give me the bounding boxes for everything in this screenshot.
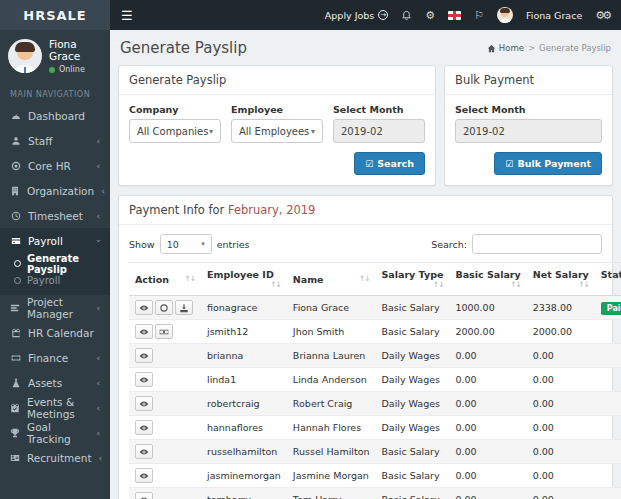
basic-salary-cell: 0.00 [449,368,526,392]
view-button[interactable] [135,468,153,483]
view-button[interactable] [135,420,153,435]
column-header-salary-type[interactable]: Salary Type↑↓ [376,263,450,296]
sidebar-item-recruitment[interactable]: Recruitment‹ [0,445,110,470]
breadcrumb-home-link[interactable]: Home [487,43,524,53]
navbar-avatar[interactable] [497,7,513,23]
column-header-net-salary[interactable]: Net Salary↑↓ [527,263,595,296]
online-status: Online [49,65,102,74]
chevron-left-icon: ‹ [96,378,100,388]
sidebar-item-organization[interactable]: Organization‹ [0,178,110,203]
basic-salary-cell: 1000.00 [449,296,526,320]
bell-icon[interactable] [401,10,412,21]
sidebar-item-payroll[interactable]: Payroll‹ [0,228,110,253]
cash-button[interactable] [155,324,173,339]
table-row: fionagraceFiona GraceBasic Salary1000.00… [129,296,621,320]
view-button[interactable] [135,324,153,339]
page-title: Generate Payslip [120,39,247,57]
employee-select[interactable]: All Employees ▾ [231,119,323,143]
sidebar-item-finance[interactable]: Finance‹ [0,345,110,370]
page-length-select[interactable]: 10 ▾ [160,234,212,254]
view-button[interactable] [135,300,153,315]
employee-id-cell: robertcraig [201,392,287,416]
sidebar-subitem-label: Payroll [27,275,60,286]
sidebar-item-label: Events & Meetings [27,396,89,420]
action-cell [129,344,201,368]
view-button[interactable] [135,444,153,459]
top-bar: HRSALE ☰ Apply Jobs → ⚙ ⚐ Fio [0,0,621,30]
sidebar-item-goal-tracking[interactable]: Goal Tracking‹ [0,420,110,445]
employee-id-cell: russelhamilton [201,440,287,464]
payment-button[interactable] [155,300,173,315]
bulk-month-input[interactable] [455,119,602,143]
app-logo[interactable]: HRSALE [0,0,110,30]
status-cell [595,368,621,392]
payment-info-panel: Payment Info for February, 2019 Show 10 … [118,195,613,499]
basic-salary-cell: 0.00 [449,344,526,368]
net-salary-cell: 0.00 [527,416,595,440]
column-header-basic-salary[interactable]: Basic Salary↑↓ [449,263,526,296]
sidebar-item-staff[interactable]: Staff‹ [0,128,110,153]
view-button[interactable] [135,492,153,499]
view-button[interactable] [135,396,153,411]
sidebar-submenu: Generate PayslipPayroll [0,253,110,295]
sidebar-subitem-generate-payslip[interactable]: Generate Payslip [0,255,110,272]
column-header-employee-id[interactable]: Employee ID↑↓ [201,263,287,296]
sort-icon: ↑↓ [270,280,281,289]
download-button[interactable] [175,300,193,315]
table-row: jasminemorganJasmine MorganBasic Salary0… [129,464,621,488]
sidebar-item-core-hr[interactable]: Core HR‹ [0,153,110,178]
name-cell: Tom Harry [287,488,376,499]
credit-card-icon [10,236,21,246]
table-controls: Show 10 ▾ entries Search: [129,234,602,254]
view-button[interactable] [135,372,153,387]
sidebar-subitem-payroll[interactable]: Payroll [0,272,110,289]
sidebar-item-project-manager[interactable]: Project Manager‹ [0,295,110,320]
company-select[interactable]: All Companies ▾ [129,119,221,143]
status-badge: Paid [601,302,621,315]
sidebar-item-hr-calendar[interactable]: HR Calendar [0,320,110,345]
gear-icon[interactable]: ⚙ [425,10,435,21]
sidebar: Fiona Grace Online MAIN NAVIGATION Dashb… [0,30,110,499]
sidebar-menu: DashboardStaff‹Core HR‹Organization‹Time… [0,103,110,470]
status-cell [595,440,621,464]
sidebar-item-events-meetings[interactable]: Events & Meetings‹ [0,395,110,420]
action-cell [129,296,201,320]
avatar[interactable] [8,39,42,73]
action-cell [129,440,201,464]
name-cell: Linda Anderson [287,368,376,392]
sidebar-item-label: Project Manager [27,296,89,320]
column-header-status[interactable]: Status↑↓ [595,263,621,296]
entries-label: entries [217,239,250,250]
flag-icon[interactable]: ⚐ [474,10,484,21]
user-icon [10,136,21,146]
table-row: jsmith12Jhon SmithBasic Salary2000.00200… [129,320,621,344]
column-header-action[interactable]: Action↑↓ [129,263,201,296]
hamburger-menu-icon[interactable]: ☰ [110,8,144,23]
sidebar-item-label: Organization [27,185,94,197]
table-search-input[interactable] [472,234,602,254]
navbar-user-name[interactable]: Fiona Grace [526,10,582,21]
view-button[interactable] [135,348,153,363]
clock-icon [10,211,21,221]
language-flag-icon[interactable] [448,11,461,20]
sidebar-item-timesheet[interactable]: Timesheet‹ [0,203,110,228]
cogs-icon[interactable]: ⚙⚙ [595,10,609,21]
net-salary-cell: 2338.00 [527,296,595,320]
apply-jobs-button[interactable]: Apply Jobs → [325,10,388,21]
net-salary-cell: 0.00 [527,344,595,368]
column-header-name[interactable]: Name↑↓ [287,263,376,296]
sidebar-item-assets[interactable]: Assets‹ [0,370,110,395]
salary-type-cell: Basic Salary [376,320,450,344]
select-month-input[interactable] [333,119,425,143]
chevron-down-icon: ▾ [311,127,315,136]
sidebar-item-label: Timesheet [28,210,83,222]
bulk-payment-button[interactable]: ☑ Bulk Payment [494,152,602,175]
check-square-icon: ☑ [505,159,513,169]
chevron-down-icon: ▾ [209,127,213,136]
table-row: hannafloresHannah FloresDaily Wages0.000… [129,416,621,440]
sidebar-item-label: Core HR [28,160,71,172]
sidebar-item-dashboard[interactable]: Dashboard [0,103,110,128]
search-button[interactable]: ☑ Search [354,152,425,175]
net-salary-cell: 0.00 [527,368,595,392]
table-row: russelhamiltonRussel HamiltonBasic Salar… [129,440,621,464]
